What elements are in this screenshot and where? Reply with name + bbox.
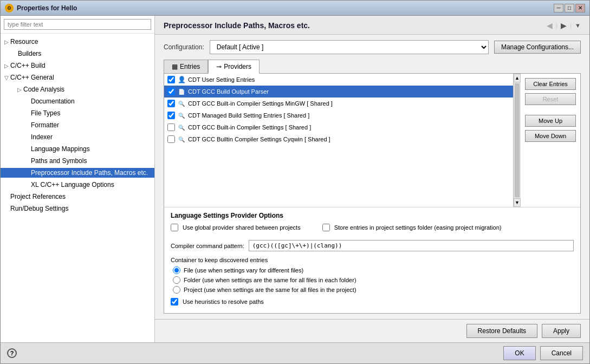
tree-label-xl-cpp[interactable]: XL C/C++ Language Options <box>1 180 154 190</box>
tree-text-documentation: Documentation <box>31 98 75 105</box>
scroll-up-button[interactable]: ▲ <box>514 74 521 82</box>
compiler-pattern-row: Compiler command pattern: <box>171 240 574 251</box>
window-icon: ⚙ <box>5 4 14 12</box>
provider-item-cdt-gcc-output[interactable]: 📄 CDT GCC Build Output Parser <box>164 86 513 98</box>
tree-label-documentation[interactable]: Documentation <box>1 96 154 106</box>
compiler-pattern-input[interactable] <box>249 240 574 251</box>
tree-text-resource: Resource <box>10 38 38 46</box>
container-option-project[interactable]: Project (use when settings are the same … <box>171 286 574 294</box>
tree-item-paths-symbols[interactable]: Paths and Symbols <box>1 155 154 167</box>
tree-text-formatter: Formatter <box>31 121 59 129</box>
tree-item-lang-mappings[interactable]: Language Mappings <box>1 143 154 155</box>
heuristics-label: Use heuristics to resolve paths <box>183 298 264 305</box>
minimize-button[interactable]: ─ <box>554 4 563 12</box>
tree-label-run-debug[interactable]: Run/Debug Settings <box>1 204 154 213</box>
filter-input[interactable] <box>4 19 151 30</box>
provider-checkbox-cdt-managed[interactable] <box>167 112 175 119</box>
container-option-folder[interactable]: Folder (use when settings are the same f… <box>171 276 574 284</box>
tree-text-cpp-general: C/C++ General <box>10 74 54 81</box>
scroll-thumb[interactable] <box>515 83 520 197</box>
tree-label-builders[interactable]: Builders <box>1 49 154 58</box>
tree-text-paths-symbols: Paths and Symbols <box>31 157 87 165</box>
tree-label-cpp-build[interactable]: ▷ C/C++ Build <box>1 61 154 70</box>
provider-item-cdt-gcc-builtin[interactable]: 🔍 CDT GCC Built-in Compiler Settings [ S… <box>164 121 513 133</box>
container-radio-file[interactable] <box>173 266 180 274</box>
tree-item-cpp-build[interactable]: ▷ C/C++ Build <box>1 60 154 72</box>
tree-item-project-refs[interactable]: Project References <box>1 191 154 203</box>
provider-checkbox-cdt-gcc-cyg[interactable] <box>167 135 175 143</box>
provider-item-cdt-gcc-mingw[interactable]: 🔍 CDT GCC Built-in Compiler Settings Min… <box>164 98 513 109</box>
config-select[interactable]: Default [ Active ] <box>210 40 489 54</box>
maximize-button[interactable]: □ <box>565 4 574 12</box>
tab-providers[interactable]: ⊸ Providers <box>208 60 260 74</box>
heuristics-row: Use heuristics to resolve paths <box>171 298 574 306</box>
provider-checkbox-cdt-gcc-builtin[interactable] <box>167 123 175 131</box>
tree-item-builders[interactable]: Builders <box>1 48 154 60</box>
provider-item-cdt-user[interactable]: 👤 CDT User Setting Entries <box>164 74 513 86</box>
tree-label-preprocessor[interactable]: Preprocessor Include Paths, Macros etc. <box>1 168 154 178</box>
tree-label-paths-symbols[interactable]: Paths and Symbols <box>1 156 154 166</box>
reset-button[interactable]: Reset <box>525 93 576 105</box>
scroll-bar: ▲ ▼ <box>513 74 521 207</box>
config-label: Configuration: <box>164 43 204 51</box>
tree-item-xl-cpp[interactable]: XL C/C++ Language Options <box>1 179 154 191</box>
provider-item-cdt-gcc-cyg[interactable]: 🔍 CDT GCC Builtin Compiler Settings Cyqw… <box>164 133 513 145</box>
tab-content-providers: 👤 CDT User Setting Entries 📄 CDT GCC Bui… <box>164 74 581 314</box>
manage-configurations-button[interactable]: Manage Configurations... <box>494 41 581 54</box>
tree-item-indexer[interactable]: Indexer <box>1 131 154 143</box>
provider-checkbox-cdt-gcc-mingw[interactable] <box>167 100 175 107</box>
tree-text-cpp-build: C/C++ Build <box>10 62 46 69</box>
tree-item-cpp-general[interactable]: ▽ C/C++ General <box>1 72 154 83</box>
dialog-buttons: OK Cancel <box>503 346 583 360</box>
tree-item-preprocessor[interactable]: Preprocessor Include Paths, Macros etc. <box>1 167 154 179</box>
apply-button[interactable]: Apply <box>542 324 581 338</box>
tree-label-resource[interactable]: ▷ Resource <box>1 37 154 47</box>
forward-arrow-icon[interactable]: ▶ <box>561 21 567 30</box>
tree-label-indexer[interactable]: Indexer <box>1 132 154 142</box>
tree-text-xl-cpp: XL C/C++ Language Options <box>31 181 114 188</box>
left-panel: ▷ Resource Builders ▷ C/C++ Build <box>1 16 155 342</box>
provider-icon-cdt-gcc-output: 📄 <box>177 87 186 96</box>
tree-label-file-types[interactable]: File Types <box>1 108 154 118</box>
tree-item-file-types[interactable]: File Types <box>1 107 154 119</box>
container-radio-project[interactable] <box>173 286 180 294</box>
move-up-button[interactable]: Move Up <box>525 115 576 127</box>
cancel-button[interactable]: Cancel <box>540 346 583 360</box>
tree-item-formatter[interactable]: Formatter <box>1 119 154 131</box>
container-radio-folder[interactable] <box>173 276 180 284</box>
container-option-file[interactable]: File (use when settings vary for differe… <box>171 266 574 274</box>
nav-dropdown-icon[interactable]: ▼ <box>575 22 581 29</box>
use-global-checkbox[interactable] <box>171 224 178 231</box>
scroll-down-button[interactable]: ▼ <box>514 198 521 207</box>
tab-entries[interactable]: ▦ Entries <box>164 60 208 73</box>
tree-item-run-debug[interactable]: Run/Debug Settings <box>1 203 154 214</box>
separator-icon: | <box>556 22 557 29</box>
tree-item-code-analysis[interactable]: ▷ Code Analysis <box>1 83 154 95</box>
tree-label-cpp-general[interactable]: ▽ C/C++ General <box>1 73 154 82</box>
provider-checkbox-cdt-user[interactable] <box>167 76 175 83</box>
tree-item-documentation[interactable]: Documentation <box>1 95 154 107</box>
clear-entries-button[interactable]: Clear Entries <box>525 78 576 90</box>
providers-lower: Language Settings Provider Options Use g… <box>164 207 580 313</box>
nav-controls: ◀ | ▶ | ▼ <box>547 21 581 30</box>
restore-defaults-button[interactable]: Restore Defaults <box>466 324 537 338</box>
heuristics-checkbox[interactable] <box>171 298 178 306</box>
tree-label-code-analysis[interactable]: ▷ Code Analysis <box>1 84 154 94</box>
providers-tab-label: Providers <box>224 63 251 70</box>
help-button[interactable]: ? <box>7 348 17 358</box>
tree-item-resource[interactable]: ▷ Resource <box>1 36 154 48</box>
tree-label-lang-mappings[interactable]: Language Mappings <box>1 144 154 154</box>
tree-label-formatter[interactable]: Formatter <box>1 120 154 130</box>
tree-label-project-refs[interactable]: Project References <box>1 192 154 202</box>
right-header-bar: Preprocessor Include Paths, Macros etc. … <box>155 16 589 35</box>
back-arrow-icon[interactable]: ◀ <box>547 21 553 30</box>
ok-button[interactable]: OK <box>503 346 535 360</box>
provider-checkbox-cdt-gcc-output[interactable] <box>167 88 175 95</box>
store-entries-checkbox[interactable] <box>322 224 330 231</box>
expand-icon-code-analysis: ▷ <box>16 87 23 93</box>
container-section: Container to keep discovered entries Fil… <box>171 257 574 294</box>
close-button[interactable]: ✕ <box>575 4 585 12</box>
provider-item-cdt-managed[interactable]: 🔍 CDT Managed Build Setting Entries [ Sh… <box>164 109 513 121</box>
move-down-button[interactable]: Move Down <box>525 130 576 142</box>
tree-text-preprocessor: Preprocessor Include Paths, Macros etc. <box>31 169 148 177</box>
